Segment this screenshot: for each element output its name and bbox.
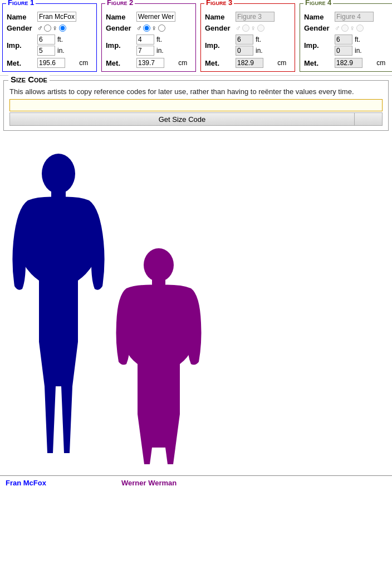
met-input-3[interactable] (236, 58, 263, 68)
gender-female-1[interactable] (59, 24, 66, 32)
met-label-3: Met. (203, 57, 234, 69)
gender-male-2[interactable] (143, 24, 150, 32)
male-symbol-1: ♂ (37, 24, 43, 32)
female-symbol-2: ♀ (151, 24, 157, 32)
imp-in-input-4[interactable] (335, 46, 352, 56)
figures-row: Figure 1 Name Gender ♂ ♀ Imp. (0, 0, 392, 76)
male-symbol-4: ♂ (335, 24, 340, 32)
met-label-1: Met. (5, 57, 36, 69)
gender-label-4: Gender (302, 23, 333, 33)
svg-point-0 (42, 154, 75, 194)
name-input-1[interactable] (37, 12, 76, 22)
in-label-3: in. (254, 47, 263, 55)
figure-3-box: Figure 3 Name Gender ♂ ♀ Imp. (200, 3, 295, 72)
cm-label-1: cm (78, 57, 94, 69)
bottom-line (0, 475, 392, 476)
gender-male-1[interactable] (44, 24, 51, 32)
female-symbol-3: ♀ (251, 24, 256, 32)
gender-female-4[interactable] (356, 24, 364, 32)
size-code-section: Size Code This allows artists to copy re… (3, 80, 389, 131)
gender-radio-1[interactable]: ♂ ♀ (37, 24, 92, 32)
male-symbol-2: ♂ (136, 24, 142, 32)
cm-label-4: cm (375, 57, 391, 69)
name-input-4[interactable] (335, 12, 374, 22)
silhouette-area: Fran McFox Werner Werman (0, 135, 392, 492)
name-label-2: Name (104, 11, 135, 23)
name-label-1: Name (5, 11, 36, 23)
imp-ft-input-3[interactable] (236, 35, 253, 45)
name-input-3[interactable] (236, 12, 275, 22)
svg-point-2 (144, 248, 174, 282)
gender-label-1: Gender (5, 23, 36, 33)
imp-ft-input-1[interactable] (37, 35, 55, 45)
female-symbol-1: ♀ (52, 24, 58, 32)
gender-label-2: Gender (104, 23, 135, 33)
size-code-extra-button[interactable] (355, 112, 383, 126)
imp-in-input-1[interactable] (37, 46, 55, 56)
gender-male-4[interactable] (341, 24, 349, 32)
imp-label-4: Imp. (302, 33, 333, 57)
figure-2-label: Werner Werman (121, 479, 177, 487)
in-label-4: in. (354, 47, 362, 55)
gender-radio-4[interactable]: ♂ ♀ (335, 24, 390, 32)
ft-label-3: ft. (254, 36, 261, 43)
figure-1-label: Fran McFox (6, 479, 46, 487)
size-code-input[interactable] (9, 99, 383, 111)
imp-ft-input-4[interactable] (335, 35, 352, 45)
size-code-description: This allows artists to copy reference co… (9, 87, 383, 96)
figure-1-title: Figure 1 (6, 0, 36, 7)
figure-2-title: Figure 2 (105, 0, 135, 7)
in-label-1: in. (56, 47, 65, 55)
met-input-4[interactable] (335, 58, 362, 68)
gender-male-3[interactable] (242, 24, 249, 32)
name-input-2[interactable] (136, 12, 175, 22)
imp-in-input-3[interactable] (236, 46, 253, 56)
name-label-4: Name (302, 11, 333, 23)
gender-radio-3[interactable]: ♂ ♀ (236, 24, 291, 32)
gender-female-2[interactable] (158, 24, 165, 32)
imp-label-2: Imp. (104, 33, 135, 57)
met-label-2: Met. (104, 57, 135, 69)
imp-ft-input-2[interactable] (136, 35, 154, 45)
figure-3-title: Figure 3 (204, 0, 234, 7)
ft-label-2: ft. (155, 36, 162, 43)
cm-label-3: cm (276, 57, 292, 69)
cm-label-2: cm (177, 57, 193, 69)
size-code-button-row: Get Size Code (9, 112, 383, 126)
gender-radio-2[interactable]: ♂ ♀ (136, 24, 192, 32)
gender-label-3: Gender (203, 23, 234, 33)
size-code-title: Size Code (8, 75, 50, 84)
gender-female-3[interactable] (257, 24, 264, 32)
in-label-2: in. (155, 47, 164, 55)
name-label-3: Name (203, 11, 234, 23)
figure-1-silhouette (6, 153, 111, 475)
met-label-4: Met. (302, 57, 333, 69)
ft-label-4: ft. (354, 36, 360, 43)
imp-in-input-2[interactable] (136, 46, 154, 56)
figure-2-box: Figure 2 Name Gender ♂ ♀ Imp. (101, 3, 196, 72)
figure-4-title: Figure 4 (303, 0, 333, 7)
figure-4-box: Figure 4 Name Gender ♂ ♀ Imp. (300, 3, 392, 72)
male-symbol-3: ♂ (236, 24, 241, 32)
get-size-code-button[interactable]: Get Size Code (9, 112, 355, 126)
imp-label-1: Imp. (5, 33, 36, 57)
imp-label-3: Imp. (203, 33, 234, 57)
met-input-1[interactable] (37, 58, 65, 68)
figure-1-box: Figure 1 Name Gender ♂ ♀ Imp. (2, 3, 97, 72)
figure-2-silhouette (114, 247, 203, 475)
met-input-2[interactable] (136, 58, 164, 68)
female-symbol-4: ♀ (350, 24, 355, 32)
ft-label-1: ft. (56, 36, 63, 43)
